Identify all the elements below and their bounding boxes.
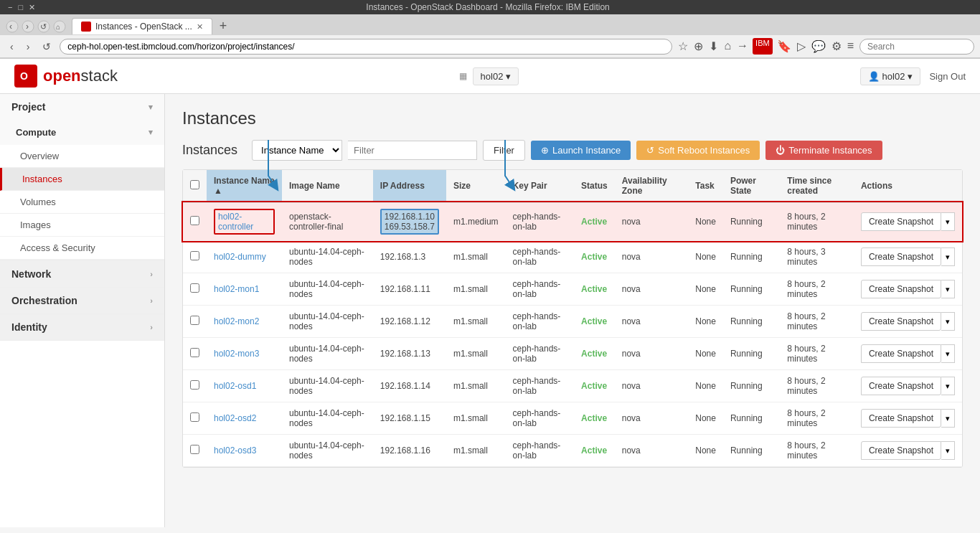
snapshot-dropdown-button[interactable]: ▾ (941, 312, 955, 331)
user-menu-button[interactable]: 👤 hol02 ▾ (860, 67, 921, 85)
snapshot-dropdown-button[interactable]: ▾ (941, 441, 955, 460)
forward-button[interactable]: › (22, 39, 34, 55)
instance-name-link[interactable]: hol02-controller (214, 209, 275, 235)
col-instance-name[interactable]: Instance Name ▲ (207, 170, 282, 202)
browser-back-icon[interactable]: ‹ (6, 20, 19, 33)
sidebar-orchestration-header[interactable]: Orchestration › (0, 288, 164, 313)
refresh-button[interactable]: ↺ (38, 39, 55, 55)
back-button[interactable]: ‹ (6, 39, 18, 55)
sidebar-project-header[interactable]: Project ▾ (0, 94, 164, 120)
active-tab[interactable]: Instances - OpenStack ... ✕ (72, 18, 212, 34)
sidebar-item-images[interactable]: Images (0, 214, 164, 237)
chat-icon[interactable]: 💬 (810, 38, 827, 55)
network-chevron-icon: › (150, 270, 153, 278)
tab-close-button[interactable]: ✕ (197, 22, 203, 32)
select-all-checkbox[interactable] (190, 180, 199, 189)
row-select-checkbox[interactable] (190, 316, 199, 325)
new-tab-button[interactable]: + (215, 17, 232, 35)
col-task[interactable]: Task (688, 170, 723, 202)
create-snapshot-button[interactable]: Create Snapshot (861, 441, 941, 460)
sidebar-item-overview[interactable]: Overview (0, 145, 164, 168)
sidebar-identity-header[interactable]: Identity › (0, 314, 164, 340)
svg-point-0 (6, 21, 18, 32)
sidebar-item-access-security[interactable]: Access & Security (0, 237, 164, 260)
col-ip-address[interactable]: IP Address (373, 170, 446, 202)
instance-name-link[interactable]: hol02-osd3 (214, 445, 256, 456)
row-select-checkbox[interactable] (190, 216, 199, 225)
bookmark-icon[interactable]: ⊕ (692, 38, 705, 55)
create-snapshot-button[interactable]: Create Snapshot (861, 344, 941, 363)
col-availability-zone[interactable]: Availability Zone (615, 170, 689, 202)
instance-name-link[interactable]: hol02-osd1 (214, 381, 256, 391)
create-snapshot-button[interactable]: Create Snapshot (861, 280, 941, 298)
col-size[interactable]: Size (446, 170, 506, 202)
row-select-checkbox[interactable] (190, 251, 199, 260)
browser-search-input[interactable] (859, 39, 974, 55)
orchestration-chevron-icon: › (150, 296, 153, 305)
create-snapshot-button[interactable]: Create Snapshot (861, 409, 941, 428)
snapshot-dropdown-button[interactable]: ▾ (941, 212, 955, 231)
col-key-pair[interactable]: Key Pair (506, 170, 574, 202)
create-snapshot-button[interactable]: Create Snapshot (861, 247, 941, 266)
instance-name-link[interactable]: hol02-osd2 (214, 413, 256, 423)
soft-reboot-button[interactable]: ↺ Soft Reboot Instances (636, 141, 760, 160)
signout-button[interactable]: Sign Out (929, 71, 966, 82)
filter-button[interactable]: Filter (483, 140, 525, 161)
project-selector[interactable]: hol02 ▾ (473, 67, 519, 85)
browser-forward-icon[interactable]: › (22, 20, 34, 33)
filter-input[interactable] (348, 141, 477, 160)
browser-home-icon[interactable]: ⌂ (53, 20, 66, 33)
row-select-checkbox[interactable] (190, 380, 199, 390)
col-status[interactable]: Status (574, 170, 615, 202)
snapshot-dropdown-button[interactable]: ▾ (941, 409, 955, 428)
sidebar-item-volumes[interactable]: Volumes (0, 191, 164, 214)
availability-zone-cell: nova (615, 435, 689, 467)
sidebar-network-header[interactable]: Network › (0, 261, 164, 287)
nav-arrow-icon[interactable]: → (735, 38, 750, 55)
create-snapshot-button[interactable]: Create Snapshot (861, 212, 941, 231)
launch-instance-button[interactable]: ⊕ Launch Instance (531, 141, 631, 160)
browser-refresh-icon[interactable]: ↺ (37, 20, 50, 33)
instance-name-link[interactable]: hol02-mon3 (214, 349, 259, 359)
snapshot-dropdown-button[interactable]: ▾ (941, 344, 955, 363)
home-icon[interactable]: ⌂ (722, 38, 732, 55)
snapshot-dropdown-button[interactable]: ▾ (941, 377, 955, 395)
svg-text:⌂: ⌂ (56, 23, 60, 31)
sidebar-item-instances[interactable]: Instances (0, 168, 164, 191)
task-cell: None (688, 370, 723, 402)
time-since-created-cell: 8 hours, 3 minutes (780, 241, 854, 273)
bookmark-star-icon[interactable]: ☆ (677, 38, 689, 55)
row-select-checkbox[interactable] (190, 412, 199, 422)
snapshot-dropdown-button[interactable]: ▾ (941, 280, 955, 298)
settings-icon[interactable]: ⚙ (830, 38, 843, 55)
time-since-created-cell: 8 hours, 2 minutes (780, 306, 854, 338)
select-all-header (183, 170, 207, 202)
download-icon[interactable]: ⬇ (707, 38, 720, 55)
video-icon[interactable]: ▷ (796, 38, 807, 55)
col-power-state[interactable]: Power State (723, 170, 780, 202)
bookmark2-icon[interactable]: 🔖 (776, 38, 793, 55)
create-snapshot-button[interactable]: Create Snapshot (861, 377, 941, 395)
project-selector-area[interactable]: ▦ hol02 ▾ (459, 67, 519, 85)
menu-icon[interactable]: ≡ (846, 38, 855, 55)
col-time[interactable]: Time since created (780, 170, 854, 202)
logo-icon: O (14, 65, 37, 88)
row-select-checkbox[interactable] (190, 283, 199, 293)
status-badge: Active (581, 413, 607, 423)
row-select-checkbox[interactable] (190, 348, 199, 357)
create-snapshot-button[interactable]: Create Snapshot (861, 312, 941, 331)
filter-dropdown[interactable]: Instance Name (252, 140, 342, 161)
terminate-instances-button[interactable]: ⏻ Terminate Instances (765, 141, 882, 160)
instance-name-link[interactable]: hol02-dummy (214, 252, 266, 262)
instance-name-link[interactable]: hol02-mon1 (214, 284, 259, 294)
url-bar[interactable] (60, 39, 672, 55)
sidebar-compute-header[interactable]: Compute ▾ (0, 120, 164, 145)
main-layout: Project ▾ Compute ▾ Overview Instances V… (0, 94, 980, 527)
row-select-checkbox[interactable] (190, 445, 199, 454)
row-checkbox-cell (183, 202, 207, 241)
col-image-name[interactable]: Image Name (282, 170, 373, 202)
size-cell: m1.small (446, 402, 506, 435)
snapshot-dropdown-button[interactable]: ▾ (941, 247, 955, 266)
instance-name-link[interactable]: hol02-mon2 (214, 316, 259, 326)
instance-name-cell: hol02-dummy (207, 241, 282, 273)
